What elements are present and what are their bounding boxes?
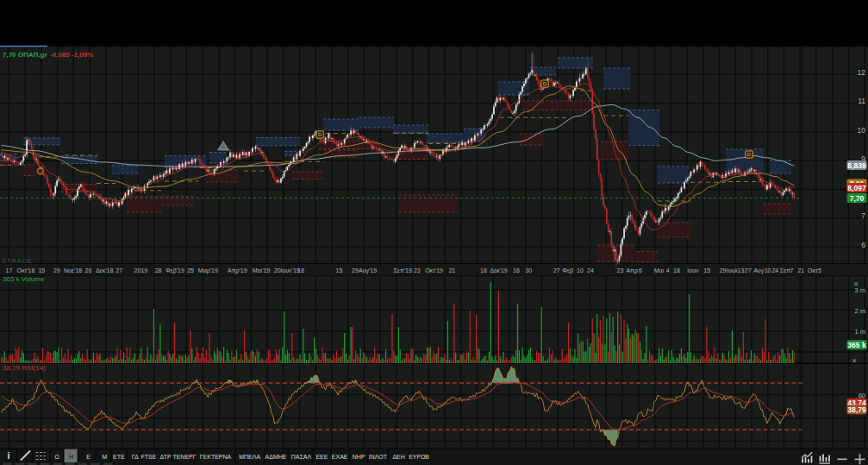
svg-text:7,70: 7,70: [850, 194, 865, 203]
svg-text:8,097: 8,097: [847, 184, 866, 192]
svg-text:365 k Volume: 365 k Volume: [3, 275, 45, 283]
svg-text:Απρ'19: Απρ'19: [228, 267, 247, 274]
svg-text:16: 16: [513, 267, 520, 273]
svg-text:10: 10: [858, 126, 866, 135]
svg-text:13: 13: [738, 267, 745, 273]
svg-text:Απρ: Απρ: [626, 267, 637, 274]
svg-text:38,79 RSI(14): 38,79 RSI(14): [3, 364, 46, 372]
svg-text:Ε: Ε: [86, 454, 91, 460]
svg-text:23: 23: [617, 267, 624, 273]
svg-text:7,70 ΟΠΑΠ.gr: 7,70 ΟΠΑΠ.gr: [3, 51, 47, 59]
svg-text:ΓΕΚΤΕΡΝΑ: ΓΕΚΤΕΡΝΑ: [200, 454, 232, 460]
svg-text:6: 6: [861, 241, 865, 249]
svg-text:Ιουν: Ιουν: [687, 267, 699, 273]
svg-text:-0,085 -1,09%: -0,085 -1,09%: [50, 51, 93, 59]
svg-text:15: 15: [38, 267, 45, 273]
svg-text:29: 29: [352, 267, 359, 273]
svg-text:i: i: [8, 451, 10, 461]
svg-text:2 m: 2 m: [854, 307, 865, 315]
svg-text:Σεπ: Σεπ: [780, 267, 790, 273]
svg-text:FTSE: FTSE: [141, 454, 157, 460]
svg-text:ΕΧΑΕ: ΕΧΑΕ: [332, 454, 348, 460]
svg-text:ΝΗΡ: ΝΗΡ: [353, 454, 365, 460]
svg-text:1 m: 1 m: [854, 328, 865, 336]
svg-text:10: 10: [765, 267, 771, 273]
svg-text:11: 11: [858, 97, 865, 105]
svg-text:Οκτ: Οκτ: [808, 267, 818, 273]
svg-text:Νοε'18: Νοε'18: [64, 267, 82, 273]
svg-text:ΓΔ: ΓΔ: [132, 454, 139, 460]
svg-text:15: 15: [703, 267, 710, 273]
svg-text:27: 27: [745, 267, 752, 273]
svg-text:18: 18: [673, 267, 680, 273]
svg-text:Φεβ'19: Φεβ'19: [165, 267, 184, 274]
svg-text:ΙΝΛΟΤ: ΙΝΛΟΤ: [369, 454, 388, 460]
svg-text:29: 29: [720, 267, 727, 273]
svg-text:Οκτ'18: Οκτ'18: [16, 267, 34, 273]
svg-text:D: D: [543, 81, 547, 86]
svg-text:D: D: [318, 132, 322, 137]
svg-text:38,79: 38,79: [847, 405, 866, 414]
svg-text:ZTRADE: ZTRADE: [3, 258, 33, 264]
svg-text:4: 4: [666, 267, 670, 273]
svg-text:Δεκ'19: Δεκ'19: [490, 267, 508, 273]
svg-text:Μαι: Μαι: [654, 267, 665, 273]
svg-text:18: 18: [480, 267, 487, 273]
svg-text:Αυγ'19: Αυγ'19: [359, 267, 377, 274]
svg-text:ΜΠΕΛΑ: ΜΠΕΛΑ: [239, 454, 260, 460]
svg-text:ΑΔΜΗΕ: ΑΔΜΗΕ: [265, 454, 287, 460]
svg-text:60: 60: [859, 392, 865, 399]
svg-text:21: 21: [797, 267, 804, 273]
svg-text:18: 18: [297, 267, 304, 273]
svg-text:27: 27: [553, 267, 560, 273]
svg-text:✕: ✕: [852, 357, 858, 365]
svg-text:Μαι'19: Μαι'19: [253, 267, 271, 273]
svg-text:17: 17: [6, 267, 13, 273]
svg-text:5: 5: [818, 267, 821, 273]
svg-text:10: 10: [577, 267, 584, 273]
svg-text:Μ: Μ: [102, 454, 107, 460]
svg-text:28: 28: [155, 267, 162, 273]
svg-text:8,839: 8,839: [847, 161, 866, 170]
svg-text:ΕΥΡΩΒ: ΕΥΡΩΒ: [409, 454, 429, 460]
svg-text:365 k: 365 k: [847, 341, 866, 349]
svg-text:24: 24: [587, 267, 594, 273]
svg-text:24: 24: [771, 267, 778, 273]
svg-text:ΤΕΝΕΡΓ: ΤΕΝΕΡΓ: [172, 454, 196, 460]
svg-text:ΔΕΗ: ΔΕΗ: [392, 454, 404, 460]
svg-text:Μαρ'19: Μαρ'19: [198, 267, 218, 274]
svg-text:15: 15: [336, 267, 343, 273]
svg-text:D: D: [747, 152, 752, 157]
svg-text:25: 25: [187, 267, 194, 273]
svg-text:Δεκ'18: Δεκ'18: [96, 267, 114, 273]
svg-text:Η: Η: [69, 454, 73, 460]
svg-text:Σεπ'19: Σεπ'19: [393, 267, 412, 273]
svg-text:30: 30: [525, 267, 532, 273]
svg-text:27: 27: [116, 267, 122, 273]
svg-text:Αυγ: Αυγ: [753, 267, 764, 274]
svg-text:✕: ✕: [853, 280, 859, 288]
svg-text:Ω: Ω: [54, 454, 59, 460]
svg-text:ΕΤΕ: ΕΤΕ: [113, 454, 125, 460]
svg-text:29: 29: [53, 267, 60, 273]
svg-text:Οκτ'19: Οκτ'19: [425, 267, 443, 273]
svg-text:21: 21: [449, 267, 456, 273]
svg-text:7: 7: [790, 267, 793, 273]
svg-text:Φεβ: Φεβ: [562, 267, 573, 274]
svg-text:ΠΑΣΑΛ: ΠΑΣΑΛ: [291, 454, 312, 460]
svg-text:7: 7: [861, 211, 865, 220]
svg-text:6: 6: [639, 267, 642, 273]
svg-text:23: 23: [414, 267, 421, 273]
svg-text:2019: 2019: [134, 267, 148, 273]
svg-text:ΔΤΡ: ΔΤΡ: [159, 454, 172, 460]
svg-text:ΕΕΕ: ΕΕΕ: [315, 454, 328, 460]
svg-text:26: 26: [85, 267, 92, 273]
svg-text:12: 12: [858, 68, 866, 77]
svg-text:Ιουλ: Ιουλ: [727, 267, 739, 273]
